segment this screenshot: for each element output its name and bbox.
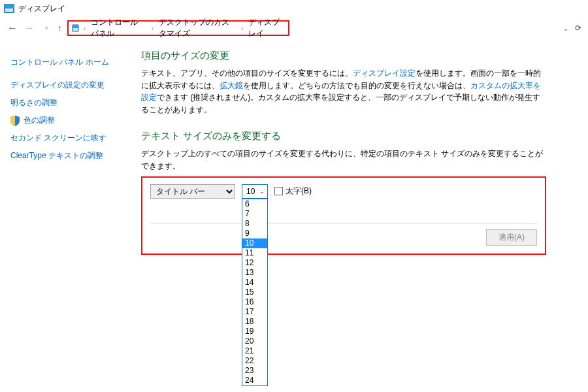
chevron-down-icon: ⌄ <box>259 188 265 195</box>
text-size-controls: タイトル バー 10 ⌄ 678910111213141516171819202… <box>141 176 546 255</box>
address-history-dropdown[interactable]: ⌄ <box>563 25 568 32</box>
breadcrumb-item[interactable]: コントロール パネル <box>90 16 147 40</box>
forward-button[interactable]: → <box>24 22 35 34</box>
bold-checkbox[interactable]: 太字(B) <box>274 186 312 197</box>
sidebar-item-label: セカンド スクリーンに映す <box>10 133 106 144</box>
item-select[interactable]: タイトル バー <box>150 184 235 199</box>
section-heading-item-size: 項目のサイズの変更 <box>141 50 546 62</box>
chevron-right-icon: › <box>150 25 154 32</box>
sidebar-item-second-screen[interactable]: セカンド スクリーンに映す <box>10 129 141 147</box>
sidebar-item-display-settings[interactable]: ディスプレイの設定の変更 <box>10 76 141 94</box>
font-size-option[interactable]: 16 <box>242 297 267 307</box>
display-icon <box>4 4 14 13</box>
sidebar-item-label: 色の調整 <box>24 115 55 126</box>
font-size-option[interactable]: 17 <box>242 307 267 317</box>
breadcrumb-item[interactable]: デスクトップのカスタマイズ <box>157 16 237 40</box>
shield-icon <box>10 116 20 126</box>
magnifier-link[interactable]: 拡大鏡 <box>220 81 243 90</box>
section1-paragraph: テキスト、アプリ、その他の項目のサイズを変更するには、ディスプレイ設定を使用しま… <box>141 67 546 116</box>
sidebar: コントロール パネル ホーム ディスプレイの設定の変更 明るさの調整 色の調整 … <box>10 44 141 255</box>
sidebar-item-control-panel-home[interactable]: コントロール パネル ホーム <box>10 54 141 71</box>
font-size-option[interactable]: 20 <box>242 336 267 346</box>
font-size-option[interactable]: 14 <box>242 278 267 287</box>
apply-button[interactable]: 適用(A) <box>486 229 537 246</box>
sidebar-item-label: 明るさの調整 <box>10 97 57 108</box>
font-size-option[interactable]: 24 <box>242 376 267 385</box>
font-size-option[interactable]: 15 <box>242 287 267 297</box>
title-bar: ディスプレイ <box>0 0 588 17</box>
sidebar-item-label: コントロール パネル ホーム <box>10 57 109 68</box>
font-size-option[interactable]: 21 <box>242 346 267 356</box>
font-size-option[interactable]: 12 <box>242 258 267 268</box>
section2-paragraph: デスクトップ上のすべての項目のサイズを変更する代わりに、特定の項目のテキスト サ… <box>141 148 546 172</box>
font-size-option[interactable]: 13 <box>242 268 267 278</box>
refresh-button[interactable]: ⟳ <box>575 24 581 33</box>
nav-bar: ← → ▾ ↑ › コントロール パネル › デスクトップのカスタマイズ › デ… <box>0 17 588 39</box>
font-size-option[interactable]: 11 <box>242 248 267 258</box>
sidebar-item-color-calibration[interactable]: 色の調整 <box>10 112 141 129</box>
font-size-select[interactable]: 10 ⌄ 6789101112131415161718192021222324 <box>242 184 268 199</box>
divider <box>150 223 537 224</box>
display-icon <box>72 24 78 31</box>
font-size-option[interactable]: 19 <box>242 327 267 336</box>
sidebar-item-label: ClearType テキストの調整 <box>10 150 103 161</box>
sidebar-item-label: ディスプレイの設定の変更 <box>10 80 105 91</box>
checkbox-icon <box>274 187 283 195</box>
sidebar-item-brightness[interactable]: 明るさの調整 <box>10 94 141 112</box>
main-panel: 項目のサイズの変更 テキスト、アプリ、その他の項目のサイズを変更するには、ディス… <box>141 44 546 255</box>
font-size-dropdown[interactable]: 6789101112131415161718192021222324 <box>242 199 268 386</box>
font-size-option[interactable]: 6 <box>242 199 267 209</box>
font-size-option[interactable]: 22 <box>242 356 267 366</box>
font-size-option[interactable]: 23 <box>242 366 267 376</box>
window-title: ディスプレイ <box>18 3 65 14</box>
font-size-value: 10 <box>246 187 255 196</box>
up-button[interactable]: ↑ <box>57 23 62 33</box>
font-size-option[interactable]: 18 <box>242 317 267 327</box>
chevron-right-icon: › <box>82 25 87 32</box>
font-size-option[interactable]: 8 <box>242 219 267 229</box>
address-bar[interactable]: › コントロール パネル › デスクトップのカスタマイズ › ディスプレイ <box>67 20 289 36</box>
font-size-option[interactable]: 9 <box>242 229 267 238</box>
sidebar-item-cleartype[interactable]: ClearType テキストの調整 <box>10 147 141 165</box>
font-size-option[interactable]: 7 <box>242 209 267 219</box>
back-button[interactable]: ← <box>7 22 18 34</box>
section-heading-text-size: テキスト サイズのみを変更する <box>141 130 546 142</box>
font-size-option[interactable]: 10 <box>242 238 267 248</box>
breadcrumb-item[interactable]: ディスプレイ <box>247 16 286 40</box>
recent-dropdown[interactable]: ▾ <box>41 25 52 31</box>
display-settings-link[interactable]: ディスプレイ設定 <box>353 69 416 78</box>
bold-label: 太字(B) <box>286 186 312 197</box>
chevron-right-icon: › <box>240 25 244 32</box>
